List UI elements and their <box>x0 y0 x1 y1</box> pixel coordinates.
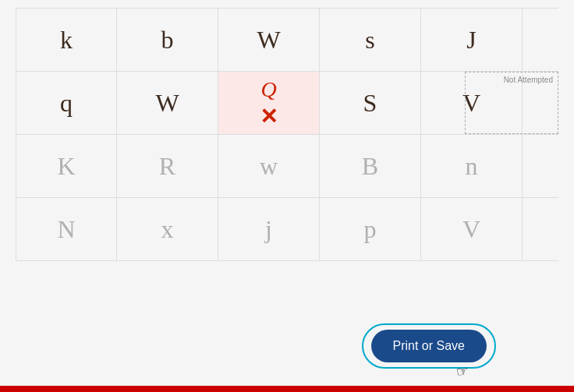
not-attempted-box: Not Attempted <box>465 72 558 134</box>
letter: j <box>265 215 272 244</box>
cell-2-3-highlighted: Q ✕ <box>218 72 320 134</box>
letter: p <box>364 215 377 244</box>
cell-3-5: n <box>421 135 523 197</box>
cell-3-4: B <box>320 135 421 197</box>
cell-1-2: b <box>117 9 218 71</box>
letter: K <box>57 152 75 181</box>
grid-row-1: k b W s J <box>16 8 558 72</box>
cell-4-1: N <box>16 198 117 260</box>
letter: q <box>60 89 73 118</box>
bottom-bar <box>0 386 574 392</box>
letter-grid: k b W s J q W Q ✕ S V <box>0 0 574 269</box>
highlighted-letter: Q <box>260 77 276 102</box>
letter: k <box>60 26 73 55</box>
letter: x <box>161 215 174 244</box>
cell-1-5: J <box>421 9 523 71</box>
letter: V <box>462 215 480 244</box>
grid-row-4: N x j p V <box>16 198 558 261</box>
letter: s <box>365 26 374 55</box>
cell-4-3: j <box>218 198 320 260</box>
cell-3-3: w <box>218 135 320 197</box>
cell-1-1: k <box>16 9 117 71</box>
letter: W <box>155 89 179 118</box>
x-mark-icon: ✕ <box>260 104 278 129</box>
button-area: Print or Save <box>362 323 496 369</box>
cell-1-4: s <box>320 9 421 71</box>
letter: R <box>159 152 175 181</box>
cell-2-4: S <box>320 72 421 134</box>
grid-row-2: q W Q ✕ S V Not Attempted <box>16 72 558 135</box>
cell-2-2: W <box>117 72 218 134</box>
cell-3-1: K <box>16 135 117 197</box>
letter: J <box>466 26 476 55</box>
cell-2-1: q <box>16 72 117 134</box>
button-oval-highlight: Print or Save <box>362 323 496 369</box>
letter: b <box>161 26 174 55</box>
grid-row-3: K R w B n <box>16 135 558 198</box>
letter: W <box>257 26 280 55</box>
print-save-button[interactable]: Print or Save <box>371 330 487 362</box>
letter: S <box>363 89 377 118</box>
letter: w <box>260 152 278 181</box>
cell-4-2: x <box>117 198 218 260</box>
cell-4-5: V <box>421 198 523 260</box>
cell-4-4: p <box>320 198 421 260</box>
not-attempted-label: Not Attempted <box>504 76 553 84</box>
cell-3-2: R <box>117 135 218 197</box>
letter: n <box>466 152 478 181</box>
letter: N <box>57 215 75 244</box>
cell-1-3: W <box>218 9 320 71</box>
letter: B <box>362 152 378 181</box>
